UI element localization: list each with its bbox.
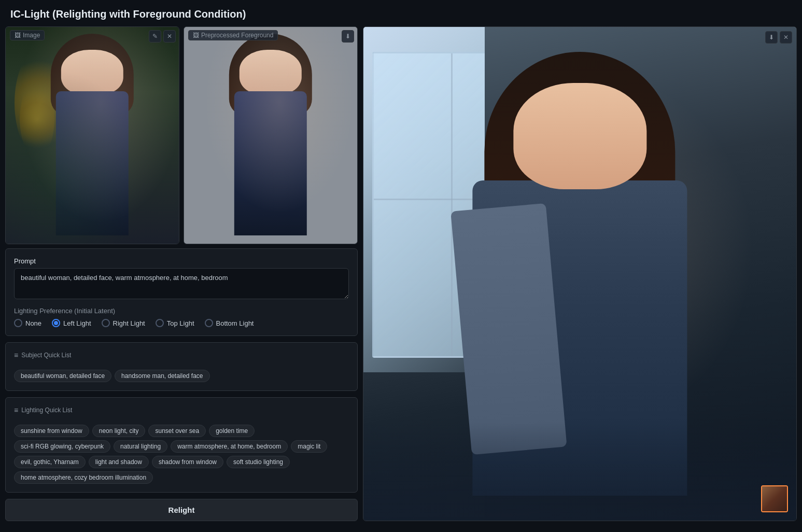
lighting-quick-list-section: Lighting Quick List sunshine from window… — [5, 397, 358, 493]
input-image-container: 🖼 Image ✎ ✕ — [5, 26, 179, 244]
tag-scifi-rgb[interactable]: sci-fi RGB glowing, cyberpunk — [14, 440, 110, 453]
app-title: IC-Light (Relighting with Foreground Con… — [0, 0, 802, 26]
radio-bottom-light-label: Bottom Light — [216, 319, 254, 327]
tag-home-atmosphere[interactable]: home atmosphere, cozy bedroom illuminati… — [14, 471, 153, 484]
preprocessed-image-display — [184, 27, 357, 244]
subject-tag-beautiful-woman[interactable]: beautiful woman, detailed face — [14, 370, 111, 382]
subject-quick-list-section: Subject Quick List beautiful woman, deta… — [5, 342, 358, 391]
tag-evil-gothic[interactable]: evil, gothic, Yharnam — [14, 456, 86, 468]
tag-shadow-from-window[interactable]: shadow from window — [152, 456, 223, 468]
right-panel-controls: ⬇ ✕ — [765, 31, 792, 44]
tag-golden-time[interactable]: golden time — [209, 425, 255, 437]
radio-top-light[interactable]: Top Light — [156, 319, 194, 327]
radio-left-light-circle — [52, 319, 60, 327]
radio-none[interactable]: None — [14, 319, 41, 327]
settings-panel: Prompt Lighting Preference (Initial Late… — [5, 248, 358, 336]
tag-light-and-shadow[interactable]: light and shadow — [89, 456, 149, 468]
edit-image-button[interactable]: ✎ — [149, 30, 161, 43]
output-image — [363, 27, 796, 521]
radio-right-light-circle — [102, 319, 110, 327]
output-thumbnail[interactable] — [761, 485, 788, 512]
radio-bottom-light-circle — [205, 319, 213, 327]
tag-soft-studio-lighting[interactable]: soft studio lighting — [227, 456, 290, 468]
input-image-controls: ✎ ✕ — [149, 30, 176, 43]
prompt-section: Prompt — [14, 257, 349, 301]
lighting-quick-list-title: Lighting Quick List — [14, 406, 349, 414]
lighting-tag-list: sunshine from window neon light, city su… — [14, 425, 349, 484]
preprocessed-image-label: 🖼 Preprocessed Foreground — [188, 30, 278, 40]
preprocessed-image-container: 🖼 Preprocessed Foreground ⬇ — [184, 26, 358, 244]
radio-bottom-light[interactable]: Bottom Light — [205, 319, 254, 327]
window-cross-vertical — [451, 53, 453, 356]
tag-natural-lighting[interactable]: natural lighting — [114, 440, 167, 453]
radio-top-light-circle — [156, 319, 164, 327]
radio-right-light-label: Right Light — [113, 319, 145, 327]
subject-tag-list: beautiful woman, detailed face handsome … — [14, 370, 349, 382]
lighting-preference-section: Lighting Preference (Initial Latent) Non… — [14, 307, 349, 327]
right-panel: ⬇ ✕ — [363, 26, 797, 521]
radio-right-light[interactable]: Right Light — [102, 319, 145, 327]
tag-neon-light-city[interactable]: neon light, city — [92, 425, 146, 437]
preprocessed-image-icon: 🖼 — [193, 32, 199, 39]
thumbnail-strip — [761, 485, 788, 512]
left-panel: 🖼 Image ✎ ✕ — [5, 26, 358, 521]
radio-left-light-label: Left Light — [63, 319, 91, 327]
radio-none-label: None — [25, 319, 41, 327]
download-output-button[interactable]: ⬇ — [765, 31, 778, 44]
tag-magic-lit[interactable]: magic lit — [291, 440, 327, 453]
prompt-label: Prompt — [14, 257, 349, 265]
subject-tag-handsome-man[interactable]: handsome man, detailed face — [115, 370, 209, 382]
lighting-preference-label: Lighting Preference (Initial Latent) — [14, 307, 349, 315]
image-row: 🖼 Image ✎ ✕ — [5, 26, 358, 244]
tag-sunset-over-sea[interactable]: sunset over sea — [148, 425, 206, 437]
relight-button[interactable]: Relight — [5, 499, 358, 521]
main-layout: 🖼 Image ✎ ✕ — [0, 26, 802, 526]
download-preprocessed-button[interactable]: ⬇ — [342, 30, 354, 43]
image-icon: 🖼 — [15, 32, 21, 39]
tag-sunshine-from-window[interactable]: sunshine from window — [14, 425, 89, 437]
close-output-button[interactable]: ✕ — [780, 31, 792, 44]
lighting-radio-group: None Left Light Right Light Top Light — [14, 319, 349, 327]
tag-warm-atmosphere[interactable]: warm atmosphere, at home, bedroom — [171, 440, 288, 453]
close-input-image-button[interactable]: ✕ — [163, 30, 176, 43]
radio-none-circle — [14, 319, 22, 327]
prompt-textarea[interactable] — [14, 268, 349, 299]
input-image-display — [6, 27, 179, 244]
input-image-label: 🖼 Image — [10, 30, 45, 40]
subject-quick-list-title: Subject Quick List — [14, 351, 349, 359]
preprocessed-image-controls: ⬇ — [342, 30, 354, 43]
radio-left-light[interactable]: Left Light — [52, 319, 91, 327]
radio-top-light-label: Top Light — [167, 319, 194, 327]
